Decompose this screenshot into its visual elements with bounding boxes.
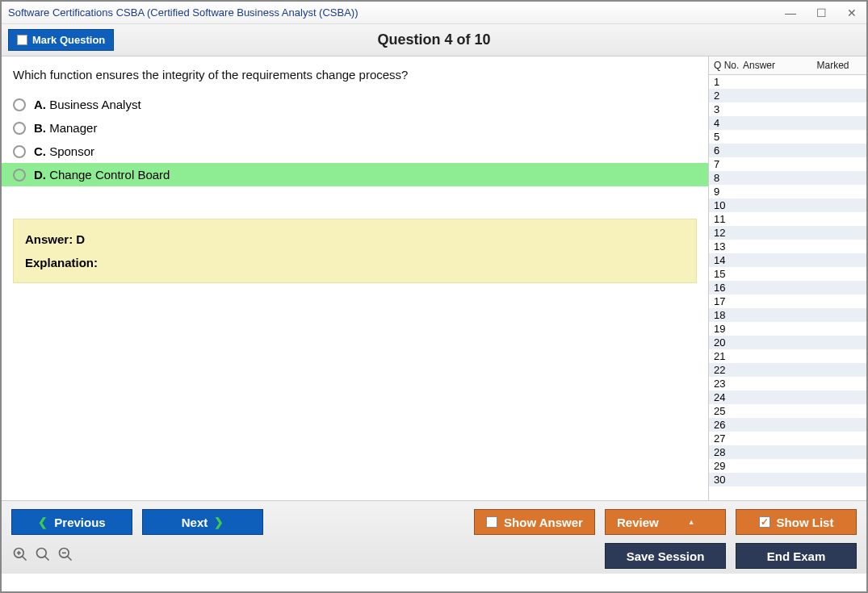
question-list-row[interactable]: 13 [709, 240, 866, 253]
question-list-row[interactable]: 5 [709, 130, 866, 144]
option-text: Manager [49, 121, 97, 135]
question-list-row[interactable]: 18 [709, 308, 866, 322]
question-list-row[interactable]: 16 [709, 281, 866, 294]
option-c[interactable]: C. Sponsor [2, 140, 708, 163]
option-label: A. Business Analyst [34, 98, 141, 111]
mark-question-button[interactable]: Mark Question [8, 29, 114, 51]
qrow-number: 27 [709, 432, 743, 445]
qrow-number: 2 [709, 90, 743, 102]
next-label: Next [182, 516, 208, 529]
show-answer-checkbox-icon [486, 516, 497, 528]
question-list-row[interactable]: 4 [709, 116, 866, 130]
header-marked: Marked [799, 60, 866, 71]
question-list-row[interactable]: 26 [709, 418, 866, 432]
question-list-row[interactable]: 23 [709, 377, 866, 390]
question-list-row[interactable]: 24 [709, 390, 866, 404]
option-label: C. Sponsor [34, 144, 94, 158]
radio-icon [13, 122, 26, 135]
show-answer-label: Show Answer [504, 516, 583, 529]
qrow-number: 20 [709, 336, 743, 349]
question-list-row[interactable]: 20 [709, 336, 866, 349]
question-list-row[interactable]: 30 [709, 473, 866, 487]
qrow-number: 25 [709, 405, 743, 417]
question-list-row[interactable]: 15 [709, 267, 866, 281]
question-list-row[interactable]: 7 [709, 157, 866, 171]
qrow-number: 14 [709, 254, 743, 266]
answer-box: Answer: D Explanation: [13, 219, 697, 283]
radio-icon [13, 169, 26, 182]
main-content: Which function ensures the integrity of … [2, 56, 866, 500]
option-d[interactable]: D. Change Control Board [2, 163, 708, 186]
previous-button[interactable]: ❮ Previous [11, 509, 132, 535]
option-letter: B. [34, 121, 46, 135]
end-exam-button[interactable]: End Exam [736, 543, 857, 569]
qrow-number: 5 [709, 131, 743, 143]
question-list-row[interactable]: 2 [709, 89, 866, 102]
question-list-row[interactable]: 19 [709, 322, 866, 336]
footer: ❮ Previous Next ❯ Show Answer Review ▲ ✓… [2, 500, 866, 574]
question-list-row[interactable]: 28 [709, 445, 866, 459]
option-b[interactable]: B. Manager [2, 116, 708, 140]
option-letter: D. [34, 168, 46, 182]
option-text: Change Control Board [49, 168, 170, 182]
dropdown-icon: ▲ [688, 518, 695, 526]
qrow-number: 30 [709, 474, 743, 486]
option-letter: C. [34, 144, 46, 158]
qrow-number: 22 [709, 364, 743, 376]
qrow-number: 8 [709, 172, 743, 184]
options-list: A. Business AnalystB. ManagerC. SponsorD… [2, 93, 708, 186]
question-panel: Which function ensures the integrity of … [2, 56, 708, 500]
qrow-number: 17 [709, 295, 743, 307]
end-exam-label: End Exam [767, 549, 826, 563]
explanation-label: Explanation: [25, 256, 98, 269]
question-list-row[interactable]: 25 [709, 404, 866, 418]
qrow-number: 1 [709, 76, 743, 88]
footer-row-1: ❮ Previous Next ❯ Show Answer Review ▲ ✓… [11, 509, 857, 535]
qrow-number: 10 [709, 199, 743, 211]
question-list-row[interactable]: 8 [709, 171, 866, 185]
qrow-number: 7 [709, 158, 743, 170]
question-list-row[interactable]: 17 [709, 294, 866, 308]
window-titlebar: Software Certifications CSBA (Certified … [2, 2, 866, 24]
question-list-row[interactable]: 9 [709, 185, 866, 198]
option-a[interactable]: A. Business Analyst [2, 93, 708, 116]
zoom-out-icon[interactable] [57, 546, 74, 566]
show-list-button[interactable]: ✓ Show List [736, 509, 857, 535]
qrow-number: 12 [709, 227, 743, 239]
mark-question-label: Mark Question [32, 34, 105, 46]
review-button[interactable]: Review ▲ [605, 509, 726, 535]
zoom-in-icon[interactable] [11, 546, 29, 566]
qrow-number: 18 [709, 309, 743, 321]
qrow-number: 15 [709, 268, 743, 280]
question-list-row[interactable]: 12 [709, 226, 866, 240]
question-list-row[interactable]: 10 [709, 198, 866, 212]
zoom-reset-icon[interactable] [34, 546, 52, 566]
question-list-row[interactable]: 29 [709, 459, 866, 473]
next-button[interactable]: Next ❯ [142, 509, 263, 535]
save-session-button[interactable]: Save Session [605, 543, 726, 569]
top-toolbar: Mark Question Question 4 of 10 [2, 24, 866, 56]
show-answer-button[interactable]: Show Answer [474, 509, 595, 535]
question-list-row[interactable]: 3 [709, 102, 866, 116]
question-list-row[interactable]: 27 [709, 432, 866, 445]
radio-icon [13, 145, 26, 158]
question-list-row[interactable]: 22 [709, 363, 866, 377]
question-list-scroll[interactable]: 1234567891011121314151617181920212223242… [709, 75, 866, 500]
question-list-row[interactable]: 11 [709, 212, 866, 226]
qrow-number: 9 [709, 186, 743, 198]
question-list-row[interactable]: 21 [709, 349, 866, 363]
option-text: Business Analyst [49, 98, 140, 111]
maximize-icon[interactable]: ☐ [813, 6, 829, 19]
qrow-number: 23 [709, 378, 743, 390]
svg-line-1 [23, 556, 27, 560]
question-list-row[interactable]: 14 [709, 253, 866, 267]
question-list-row[interactable]: 6 [709, 144, 866, 157]
close-icon[interactable]: ✕ [844, 6, 860, 19]
question-list-row[interactable]: 1 [709, 75, 866, 89]
show-list-label: Show List [777, 516, 834, 529]
minimize-icon[interactable]: — [782, 6, 799, 19]
option-label: B. Manager [34, 121, 97, 135]
qrow-number: 16 [709, 282, 743, 294]
previous-label: Previous [54, 516, 105, 529]
question-list-header: Q No. Answer Marked [709, 56, 866, 75]
